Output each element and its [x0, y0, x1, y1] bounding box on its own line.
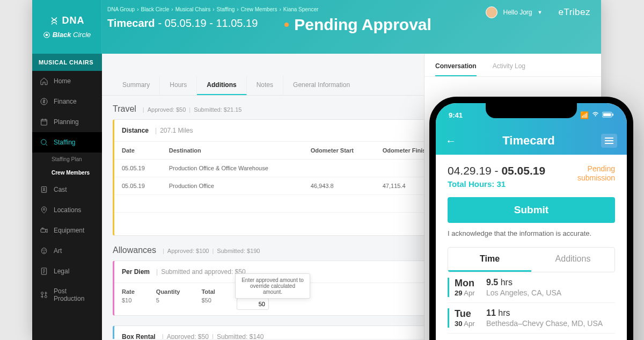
sidebar: MUSICAL CHAIRS HomeFinancePlanningStaffi…: [32, 54, 102, 340]
phone-tab-time[interactable]: Time: [448, 248, 531, 272]
sidebar-item-finance[interactable]: Finance: [32, 91, 102, 112]
phone-status: Pendingsubmission: [577, 164, 615, 183]
submit-button[interactable]: Submit: [448, 197, 615, 223]
battery-icon: [602, 111, 614, 119]
svg-rect-9: [41, 248, 46, 254]
tooltip: Enter approved amount to override calcul…: [235, 273, 310, 299]
phone-tab-additions[interactable]: Additions: [531, 248, 614, 272]
ack-text: I acknowledge that the information is ac…: [448, 229, 615, 237]
phone-mockup: 9:41 📶 ← Timecard 04.29.19 - 05.05.19 To…: [429, 97, 633, 340]
tab-notes[interactable]: Notes: [247, 76, 283, 95]
signal-icon: 📶: [580, 111, 589, 119]
breadcrumb-item[interactable]: Crew Members: [241, 6, 277, 12]
sidebar-item-post-production[interactable]: Post Production: [32, 281, 102, 308]
page-title: Timecard: [107, 17, 155, 30]
svg-point-13: [41, 292, 43, 294]
svg-rect-16: [603, 113, 611, 116]
breadcrumb-item[interactable]: Kiana Spencer: [283, 6, 319, 12]
app-header: DNA Black Circle DNA Group›Black Circle›…: [32, 0, 601, 54]
sidebar-item-planning[interactable]: Planning: [32, 112, 102, 132]
tab-summary[interactable]: Summary: [113, 76, 160, 95]
sidebar-item-home[interactable]: Home: [32, 71, 102, 91]
svg-point-4: [41, 140, 46, 144]
time-entry[interactable]: Tue30 Apr11 hrsBethesda–Chevy Chase, MD,…: [448, 303, 615, 334]
phone-total-hours: Total Hours: 31: [448, 179, 545, 189]
breadcrumb-item[interactable]: Musical Chairs: [175, 6, 211, 12]
breadcrumb-item[interactable]: Black Circle: [141, 6, 169, 12]
post-production-icon: [40, 291, 48, 299]
panel-tab-activity-log[interactable]: Activity Log: [493, 62, 525, 76]
finance-icon: [40, 97, 48, 106]
black-circle-logo: Black Circle: [43, 31, 91, 39]
time-entry[interactable]: Mon29 Apr9.5 hrsLos Angeles, CA, USA: [448, 272, 615, 303]
svg-point-10: [42, 250, 43, 250]
cast-icon: [40, 185, 48, 194]
panel-tab-conversation[interactable]: Conversation: [435, 62, 477, 76]
avatar[interactable]: [486, 6, 497, 18]
svg-point-6: [43, 188, 45, 190]
staffing-icon: [40, 138, 48, 147]
etribez-logo: eTribez: [558, 7, 590, 18]
tab-additions[interactable]: Additions: [197, 76, 246, 95]
svg-rect-17: [612, 113, 613, 115]
breadcrumb-item[interactable]: DNA Group: [107, 6, 135, 12]
perdiem-approved-input[interactable]: [237, 298, 269, 310]
art-icon: [40, 247, 48, 255]
phone-header: ← Timecard: [436, 127, 627, 155]
equipment-icon: [40, 226, 48, 235]
svg-point-7: [43, 208, 45, 210]
logo-panel: DNA Black Circle: [32, 0, 102, 54]
svg-point-1: [46, 34, 48, 36]
user-greeting: Hello Jorg: [503, 9, 532, 16]
svg-rect-8: [41, 229, 46, 232]
chevron-down-icon[interactable]: ▼: [538, 10, 543, 15]
svg-point-11: [45, 250, 45, 250]
dna-icon: [49, 16, 59, 26]
sidebar-item-staffing[interactable]: Staffing: [32, 132, 102, 153]
status-dot-icon: [284, 23, 289, 27]
phone-notch: [486, 103, 577, 118]
svg-point-14: [45, 295, 47, 298]
sidebar-item-locations[interactable]: Locations: [32, 200, 102, 220]
sidebar-item-equipment[interactable]: Equipment: [32, 220, 102, 241]
phone-title: Timecard: [502, 134, 554, 148]
sidebar-item-art[interactable]: Art: [32, 241, 102, 261]
home-icon: [40, 77, 48, 85]
section-allowances-title: Allowances: [113, 245, 156, 255]
phone-daterange: 04.29.19 - 05.05.19: [448, 164, 545, 177]
status-badge: Pending Approval: [284, 16, 431, 34]
circle-icon: [43, 31, 50, 39]
back-button[interactable]: ←: [445, 135, 456, 147]
page-daterange: - 05.05.19 - 11.05.19: [158, 17, 258, 30]
sidebar-item-cast[interactable]: Cast: [32, 179, 102, 200]
card-title: Distance: [122, 127, 149, 134]
dna-logo: DNA: [49, 15, 85, 26]
sidebar-item-legal[interactable]: Legal: [32, 261, 102, 281]
tab-hours[interactable]: Hours: [160, 76, 197, 95]
svg-rect-3: [41, 119, 47, 125]
legal-icon: [40, 267, 48, 276]
sidebar-project[interactable]: MUSICAL CHAIRS: [32, 54, 102, 71]
breadcrumb-item[interactable]: Staffing: [217, 6, 235, 12]
locations-icon: [40, 206, 48, 214]
tab-general-information[interactable]: General Information: [283, 76, 360, 95]
planning-icon: [40, 118, 48, 126]
sidebar-subitem-crew-members[interactable]: Crew Members: [32, 166, 102, 179]
sidebar-subitem-staffing-plan[interactable]: Staffing Plan: [32, 153, 102, 166]
hamburger-menu-button[interactable]: [601, 134, 617, 148]
wifi-icon: [591, 111, 599, 119]
section-travel-title: Travel: [113, 104, 136, 114]
